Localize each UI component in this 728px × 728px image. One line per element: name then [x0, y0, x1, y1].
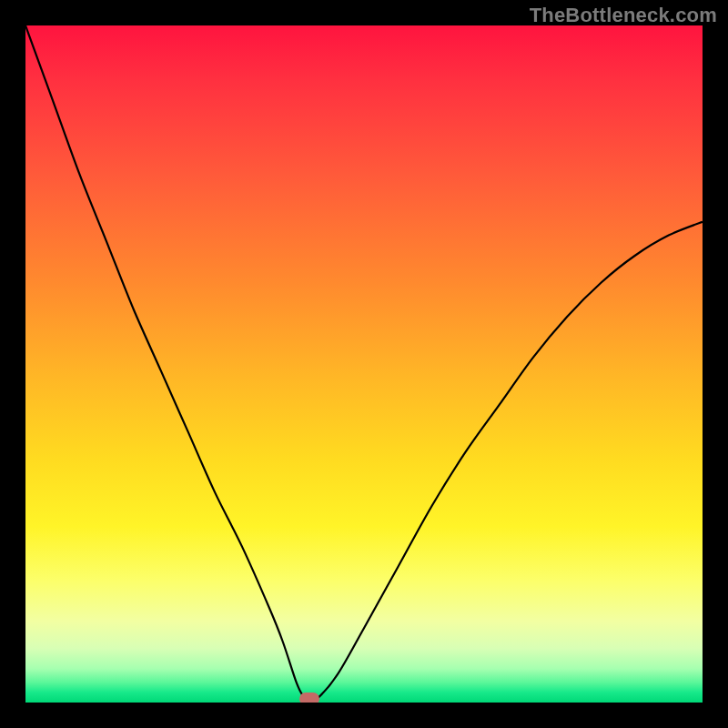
plot-area	[25, 25, 703, 703]
watermark-text: TheBottleneck.com	[530, 4, 717, 27]
chart-frame: TheBottleneck.com	[0, 0, 728, 728]
bottleneck-curve	[25, 25, 703, 703]
optimal-point-marker	[299, 693, 319, 703]
curve-path	[25, 25, 703, 701]
